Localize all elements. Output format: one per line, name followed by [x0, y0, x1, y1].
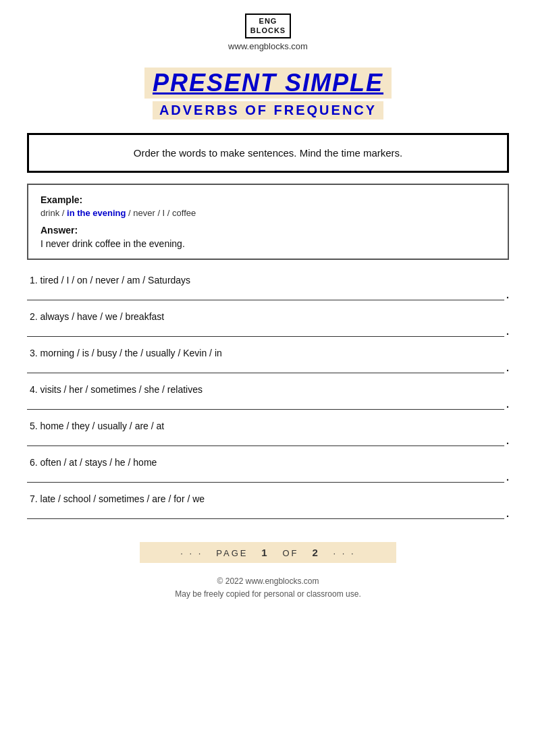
page: ENG BLOCKS www.engblocks.com PRESENT SIM…	[0, 0, 536, 756]
question-item: 4. visits / her / sometimes / she / rela…	[27, 384, 509, 416]
line-end-dot: .	[504, 399, 509, 416]
example-box: Example: drink / in the evening / never …	[27, 184, 509, 260]
example-words-highlight: in the evening	[67, 208, 126, 218]
answer-line-row: .	[27, 398, 509, 416]
example-words-plain: drink /	[41, 208, 67, 218]
answer-line-row: .	[27, 507, 509, 526]
main-title: PRESENT SIMPLE	[144, 68, 392, 99]
logo: ENG BLOCKS	[245, 14, 291, 38]
line-end-dot: .	[504, 326, 509, 344]
answer-line	[27, 507, 504, 519]
line-end-dot: .	[504, 362, 509, 380]
question-item: 5. home / they / usually / are / at.	[27, 421, 509, 453]
footer-copyright: © 2022 www.engblocks.com	[175, 575, 360, 588]
page-total: 2	[312, 547, 319, 558]
sub-title: ADVERBS OF FREQUENCY	[153, 101, 383, 119]
question-text: 3. morning / is / busy / the / usually /…	[27, 348, 509, 358]
answer-line	[27, 361, 504, 373]
of-label: OF	[282, 548, 298, 558]
answer-line	[27, 470, 504, 483]
footer-license: May be freely copied for personal or cla…	[175, 588, 360, 601]
question-item: 3. morning / is / busy / the / usually /…	[27, 348, 509, 380]
example-words-rest: / never / I / coffee	[126, 208, 196, 218]
question-item: 1. tired / I / on / never / am / Saturda…	[27, 275, 509, 307]
header: ENG BLOCKS www.engblocks.com	[228, 14, 308, 61]
footer: © 2022 www.engblocks.com May be freely c…	[175, 575, 360, 601]
answer-line-row: .	[27, 470, 509, 489]
line-end-dot: .	[504, 435, 509, 453]
answer-line	[27, 288, 504, 300]
page-label: PAGE	[216, 548, 248, 558]
line-end-dot: .	[504, 290, 509, 307]
answer-line-row: .	[27, 325, 509, 344]
instruction-box: Order the words to make sentences. Mind …	[27, 133, 509, 173]
question-text: 4. visits / her / sometimes / she / rela…	[27, 384, 509, 395]
answer-line	[27, 434, 504, 446]
question-text: 1. tired / I / on / never / am / Saturda…	[27, 275, 509, 286]
answer-line	[27, 325, 504, 337]
answer-line-row: .	[27, 434, 509, 453]
website-url: www.engblocks.com	[228, 41, 308, 51]
answer-label: Answer:	[41, 225, 495, 236]
dots-right: · · ·	[333, 548, 356, 558]
example-words: drink / in the evening / never / I / cof…	[41, 208, 495, 218]
page-current: 1	[261, 547, 269, 558]
question-text: 2. always / have / we / breakfast	[27, 311, 509, 322]
page-indicator: · · · PAGE 1 OF 2 · · ·	[140, 542, 396, 563]
line-end-dot: .	[504, 508, 509, 526]
question-item: 2. always / have / we / breakfast.	[27, 311, 509, 344]
example-label: Example:	[41, 194, 495, 205]
question-text: 5. home / they / usually / are / at	[27, 421, 509, 431]
dots-left: · · ·	[180, 548, 203, 558]
answer-line-row: .	[27, 361, 509, 380]
questions-list: 1. tired / I / on / never / am / Saturda…	[27, 275, 509, 530]
answer-line-row: .	[27, 288, 509, 307]
instruction-text: Order the words to make sentences. Mind …	[134, 147, 403, 159]
question-text: 6. often / at / stays / he / home	[27, 457, 509, 468]
line-end-dot: .	[504, 472, 509, 489]
question-item: 7. late / school / sometimes / are / for…	[27, 493, 509, 526]
question-text: 7. late / school / sometimes / are / for…	[27, 493, 509, 504]
answer-text: I never drink coffee in the evening.	[41, 238, 495, 249]
logo-line1: ENG	[259, 16, 277, 26]
answer-line	[27, 398, 504, 410]
logo-line2: BLOCKS	[250, 26, 286, 35]
question-item: 6. often / at / stays / he / home.	[27, 457, 509, 489]
